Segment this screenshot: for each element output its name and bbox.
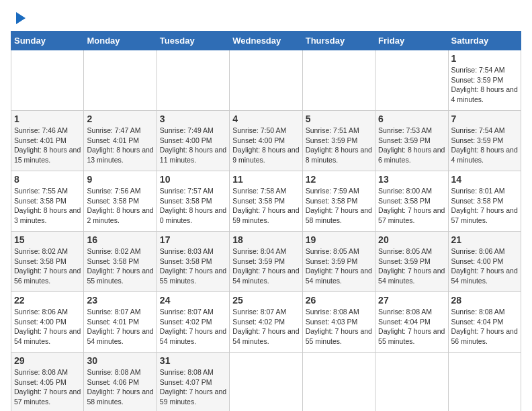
week-row-5: 29Sunrise: 8:08 AMSunset: 4:05 PMDayligh… [11, 353, 521, 412]
day-cell: 2Sunrise: 7:47 AMSunset: 4:01 PMDaylight… [84, 111, 157, 171]
day-info: Sunrise: 7:49 AMSunset: 4:00 PMDaylight:… [160, 126, 226, 165]
day-number: 4 [232, 113, 299, 124]
day-cell: 12Sunrise: 7:59 AMSunset: 3:58 PMDayligh… [302, 171, 375, 232]
header-cell-tuesday: Tuesday [157, 32, 229, 50]
day-number: 23 [87, 295, 153, 306]
day-cell [375, 353, 448, 412]
day-number: 24 [160, 295, 226, 306]
calendar-header: SundayMondayTuesdayWednesdayThursdayFrid… [11, 32, 521, 50]
day-cell [84, 50, 157, 111]
day-cell: 17Sunrise: 8:03 AMSunset: 3:58 PMDayligh… [157, 232, 229, 292]
day-number: 20 [378, 234, 445, 245]
day-cell: 26Sunrise: 8:08 AMSunset: 4:03 PMDayligh… [302, 292, 375, 353]
day-number: 2 [87, 113, 153, 124]
svg-marker-0 [16, 12, 26, 24]
day-number: 15 [14, 234, 81, 245]
day-info: Sunrise: 8:05 AMSunset: 3:59 PMDaylight:… [306, 246, 372, 286]
day-number: 31 [160, 355, 226, 366]
day-cell: 7Sunrise: 7:54 AMSunset: 3:59 PMDaylight… [448, 111, 521, 171]
day-info: Sunrise: 8:02 AMSunset: 3:58 PMDaylight:… [87, 246, 153, 286]
header-cell-saturday: Saturday [448, 32, 521, 50]
day-info: Sunrise: 7:56 AMSunset: 3:58 PMDaylight:… [87, 186, 153, 226]
day-cell: 6Sunrise: 7:53 AMSunset: 3:59 PMDaylight… [375, 111, 448, 171]
day-cell [230, 50, 302, 111]
day-number: 18 [232, 234, 299, 245]
day-info: Sunrise: 7:54 AMSunset: 3:59 PMDaylight:… [451, 126, 518, 165]
week-row-0: 1Sunrise: 7:54 AMSunset: 3:59 PMDaylight… [11, 50, 521, 111]
day-number: 21 [451, 234, 518, 245]
day-info: Sunrise: 8:08 AMSunset: 4:07 PMDaylight:… [160, 367, 226, 407]
day-cell: 14Sunrise: 8:01 AMSunset: 3:58 PMDayligh… [448, 171, 521, 232]
day-number: 17 [160, 234, 226, 245]
day-number: 7 [451, 113, 518, 124]
header-cell-friday: Friday [375, 32, 448, 50]
day-cell: 18Sunrise: 8:04 AMSunset: 3:59 PMDayligh… [230, 232, 302, 292]
day-number: 14 [451, 174, 518, 185]
day-info: Sunrise: 8:07 AMSunset: 4:01 PMDaylight:… [87, 307, 153, 347]
day-number: 19 [306, 234, 372, 245]
day-info: Sunrise: 8:03 AMSunset: 3:58 PMDaylight:… [160, 246, 226, 286]
day-info: Sunrise: 7:57 AMSunset: 3:58 PMDaylight:… [160, 186, 226, 226]
week-row-1: 1Sunrise: 7:46 AMSunset: 4:01 PMDaylight… [11, 111, 521, 171]
calendar-table: SundayMondayTuesdayWednesdayThursdayFrid… [11, 31, 521, 411]
day-info: Sunrise: 8:08 AMSunset: 4:03 PMDaylight:… [306, 307, 372, 347]
day-info: Sunrise: 8:07 AMSunset: 4:02 PMDaylight:… [160, 307, 226, 347]
day-info: Sunrise: 7:51 AMSunset: 3:59 PMDaylight:… [306, 126, 372, 165]
day-cell: 13Sunrise: 8:00 AMSunset: 3:58 PMDayligh… [375, 171, 448, 232]
day-cell: 9Sunrise: 7:56 AMSunset: 3:58 PMDaylight… [84, 171, 157, 232]
day-info: Sunrise: 7:58 AMSunset: 3:58 PMDaylight:… [232, 186, 299, 226]
day-number: 10 [160, 174, 226, 185]
day-cell: 27Sunrise: 8:08 AMSunset: 4:04 PMDayligh… [375, 292, 448, 353]
day-info: Sunrise: 8:08 AMSunset: 4:06 PMDaylight:… [87, 367, 153, 407]
day-cell: 24Sunrise: 8:07 AMSunset: 4:02 PMDayligh… [157, 292, 229, 353]
header [11, 11, 521, 24]
day-info: Sunrise: 8:06 AMSunset: 4:00 PMDaylight:… [14, 307, 81, 347]
day-info: Sunrise: 8:08 AMSunset: 4:04 PMDaylight:… [451, 307, 518, 347]
header-cell-wednesday: Wednesday [230, 32, 302, 50]
day-number: 29 [14, 355, 81, 366]
day-cell: 20Sunrise: 8:05 AMSunset: 3:59 PMDayligh… [375, 232, 448, 292]
day-cell [230, 353, 302, 412]
day-number: 30 [87, 355, 153, 366]
day-cell: 29Sunrise: 8:08 AMSunset: 4:05 PMDayligh… [11, 353, 84, 412]
week-row-4: 22Sunrise: 8:06 AMSunset: 4:00 PMDayligh… [11, 292, 521, 353]
day-cell: 31Sunrise: 8:08 AMSunset: 4:07 PMDayligh… [157, 353, 229, 412]
day-info: Sunrise: 8:04 AMSunset: 3:59 PMDaylight:… [232, 246, 299, 286]
day-info: Sunrise: 8:06 AMSunset: 4:00 PMDaylight:… [451, 246, 518, 286]
day-cell: 21Sunrise: 8:06 AMSunset: 4:00 PMDayligh… [448, 232, 521, 292]
day-number: 3 [160, 113, 226, 124]
day-number: 12 [306, 174, 372, 185]
day-info: Sunrise: 8:02 AMSunset: 3:58 PMDaylight:… [14, 246, 81, 286]
day-info: Sunrise: 7:54 AMSunset: 3:59 PMDaylight:… [451, 65, 518, 105]
day-cell [11, 50, 84, 111]
day-cell: 28Sunrise: 8:08 AMSunset: 4:04 PMDayligh… [448, 292, 521, 353]
week-row-2: 8Sunrise: 7:55 AMSunset: 3:58 PMDaylight… [11, 171, 521, 232]
day-number: 27 [378, 295, 445, 306]
day-info: Sunrise: 8:00 AMSunset: 3:58 PMDaylight:… [378, 186, 445, 226]
header-cell-sunday: Sunday [11, 32, 84, 50]
day-number: 25 [232, 295, 299, 306]
day-info: Sunrise: 7:50 AMSunset: 4:00 PMDaylight:… [232, 126, 299, 165]
day-cell: 16Sunrise: 8:02 AMSunset: 3:58 PMDayligh… [84, 232, 157, 292]
day-info: Sunrise: 7:53 AMSunset: 3:59 PMDaylight:… [378, 126, 445, 165]
day-cell: 19Sunrise: 8:05 AMSunset: 3:59 PMDayligh… [302, 232, 375, 292]
day-cell: 15Sunrise: 8:02 AMSunset: 3:58 PMDayligh… [11, 232, 84, 292]
calendar-body: 1Sunrise: 7:54 AMSunset: 3:59 PMDaylight… [11, 50, 521, 412]
day-info: Sunrise: 8:08 AMSunset: 4:04 PMDaylight:… [378, 307, 445, 347]
day-info: Sunrise: 7:46 AMSunset: 4:01 PMDaylight:… [14, 126, 81, 165]
day-cell [302, 50, 375, 111]
day-number: 9 [87, 174, 153, 185]
day-number: 28 [451, 295, 518, 306]
day-cell [375, 50, 448, 111]
day-info: Sunrise: 7:47 AMSunset: 4:01 PMDaylight:… [87, 126, 153, 165]
day-info: Sunrise: 8:05 AMSunset: 3:59 PMDaylight:… [378, 246, 445, 286]
day-info: Sunrise: 8:01 AMSunset: 3:58 PMDaylight:… [451, 186, 518, 226]
day-cell: 1Sunrise: 7:46 AMSunset: 4:01 PMDaylight… [11, 111, 84, 171]
day-number: 26 [306, 295, 372, 306]
header-cell-thursday: Thursday [302, 32, 375, 50]
day-number: 1 [451, 53, 518, 64]
day-number: 16 [87, 234, 153, 245]
day-number: 5 [306, 113, 372, 124]
header-cell-monday: Monday [84, 32, 157, 50]
header-row: SundayMondayTuesdayWednesdayThursdayFrid… [11, 32, 521, 50]
